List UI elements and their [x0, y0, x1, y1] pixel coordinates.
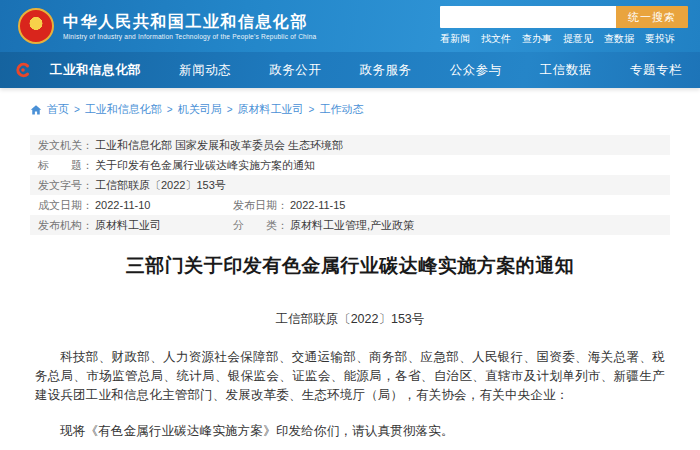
quick-link-affairs[interactable]: 查办事 — [522, 32, 552, 46]
breadcrumb-separator: > — [74, 104, 80, 115]
quick-link-files[interactable]: 找文件 — [481, 32, 511, 46]
nav-item-gov-disclosure[interactable]: 政务公开 — [269, 62, 321, 79]
quick-link-complaints[interactable]: 要投诉 — [645, 32, 675, 46]
nav-item-special-topics[interactable]: 专题专栏 — [630, 62, 682, 79]
doc-info-value: 2022-11-10 — [95, 199, 150, 211]
breadcrumb-home[interactable]: 首页 — [47, 102, 69, 117]
nav-item-news[interactable]: 新闻动态 — [179, 62, 231, 79]
doc-info-cell: 分 类： 原材料工业管理,产业政策 — [233, 218, 662, 233]
nav-item-miit[interactable]: 工业和信息化部 — [50, 62, 141, 79]
brand-text: 中华人民共和国工业和信息化部 Ministry of Industry and … — [63, 12, 316, 40]
site-brand[interactable]: ★ 中华人民共和国工业和信息化部 Ministry of Industry an… — [18, 8, 316, 44]
site-title: 中华人民共和国工业和信息化部 — [63, 12, 316, 31]
national-emblem-icon: ★ — [18, 8, 54, 44]
doc-info-value: 工信部联原〔2022〕153号 — [95, 178, 226, 193]
quick-link-news[interactable]: 看新闻 — [440, 32, 470, 46]
breadcrumb-raw-materials-dept[interactable]: 原材料工业司 — [238, 102, 304, 117]
doc-info-value: 原材料工业管理,产业政策 — [290, 218, 414, 233]
doc-info-value: 原材料工业司 — [95, 218, 161, 233]
home-icon[interactable] — [30, 104, 42, 116]
quick-link-data[interactable]: 查数据 — [604, 32, 634, 46]
doc-info-label: 发文机关： — [38, 138, 93, 153]
doc-info-value: 关于印发有色金属行业碳达峰实施方案的通知 — [95, 158, 315, 173]
quick-links: 看新闻 找文件 查办事 提意见 查数据 要投诉 — [440, 32, 675, 46]
doc-info-row-issuing-agency: 发文机关： 工业和信息化部 国家发展和改革委员会 生态环境部 — [30, 135, 670, 155]
site-header: ★ 中华人民共和国工业和信息化部 Ministry of Industry an… — [0, 0, 700, 52]
doc-info-row-publisher: 发布机构： 原材料工业司 分 类： 原材料工业管理,产业政策 — [30, 215, 670, 235]
article-paragraph-directive: 现将《有色金属行业碳达峰实施方案》印发给你们，请认真贯彻落实。 — [35, 422, 665, 441]
article-doc-number: 工信部联原〔2022〕153号 — [35, 311, 665, 328]
breadcrumb-separator: > — [309, 104, 315, 115]
doc-info-cell: 发文字号： 工信部联原〔2022〕153号 — [38, 178, 662, 193]
nav-items: 工业和信息化部 新闻动态 政务公开 政务服务 公众参与 工信数据 专题专栏 — [50, 62, 688, 79]
doc-info-cell: 发文机关： 工业和信息化部 国家发展和改革委员会 生态环境部 — [38, 138, 662, 153]
doc-info-table: 发文机关： 工业和信息化部 国家发展和改革委员会 生态环境部 标 题： 关于印发… — [30, 135, 670, 235]
breadcrumb-departments[interactable]: 机关司局 — [178, 102, 222, 117]
search-input[interactable] — [440, 6, 616, 28]
search-bar: 统一搜索 — [440, 6, 688, 28]
nav-item-public-participation[interactable]: 公众参与 — [450, 62, 502, 79]
nav-item-miit-data[interactable]: 工信数据 — [540, 62, 592, 79]
doc-info-label: 标 题： — [38, 158, 93, 173]
doc-info-cell: 发布机构： 原材料工业司 — [38, 218, 233, 233]
doc-info-cell: 发布日期： 2022-11-15 — [233, 198, 662, 213]
nav-item-gov-services[interactable]: 政务服务 — [359, 62, 411, 79]
doc-info-row-title: 标 题： 关于印发有色金属行业碳达峰实施方案的通知 — [30, 155, 670, 175]
article: 三部门关于印发有色金属行业碳达峰实施方案的通知 工信部联原〔2022〕153号 … — [0, 253, 700, 441]
unified-search-button[interactable]: 统一搜索 — [616, 6, 688, 28]
breadcrumb: 首页 > 工业和信息化部 > 机关司局 > 原材料工业司 > 工作动态 — [0, 88, 700, 127]
header-right: 统一搜索 看新闻 找文件 查办事 提意见 查数据 要投诉 — [440, 6, 688, 46]
doc-info-value: 工业和信息化部 国家发展和改革委员会 生态环境部 — [95, 138, 343, 153]
doc-info-label: 发布日期： — [233, 198, 288, 213]
article-paragraph-recipients: 科技部、财政部、人力资源社会保障部、交通运输部、商务部、应急部、人民银行、国资委… — [35, 348, 665, 405]
doc-info-label: 分 类： — [233, 218, 288, 233]
doc-info-row-doc-number: 发文字号： 工信部联原〔2022〕153号 — [30, 175, 670, 195]
main-nav: 工业和信息化部 新闻动态 政务公开 政务服务 公众参与 工信数据 专题专栏 — [0, 52, 700, 88]
quick-link-suggestions[interactable]: 提意见 — [563, 32, 593, 46]
doc-info-label: 发文字号： — [38, 178, 93, 193]
miit-logo-icon — [14, 61, 32, 79]
breadcrumb-separator: > — [167, 104, 173, 115]
doc-info-cell: 成文日期： 2022-11-10 — [38, 198, 233, 213]
breadcrumb-work-trends[interactable]: 工作动态 — [319, 102, 363, 117]
article-title: 三部门关于印发有色金属行业碳达峰实施方案的通知 — [35, 253, 665, 279]
breadcrumb-separator: > — [227, 104, 233, 115]
emblem-star: ★ — [30, 17, 42, 30]
doc-info-cell: 标 题： 关于印发有色金属行业碳达峰实施方案的通知 — [38, 158, 662, 173]
site-subtitle: Ministry of Industry and Information Tec… — [63, 33, 316, 40]
doc-info-label: 发布机构： — [38, 218, 93, 233]
doc-info-label: 成文日期： — [38, 198, 93, 213]
doc-info-value: 2022-11-15 — [290, 199, 345, 211]
breadcrumb-miit[interactable]: 工业和信息化部 — [85, 102, 162, 117]
doc-info-row-dates: 成文日期： 2022-11-10 发布日期： 2022-11-15 — [30, 195, 670, 215]
page: ★ 中华人民共和国工业和信息化部 Ministry of Industry an… — [0, 0, 700, 450]
